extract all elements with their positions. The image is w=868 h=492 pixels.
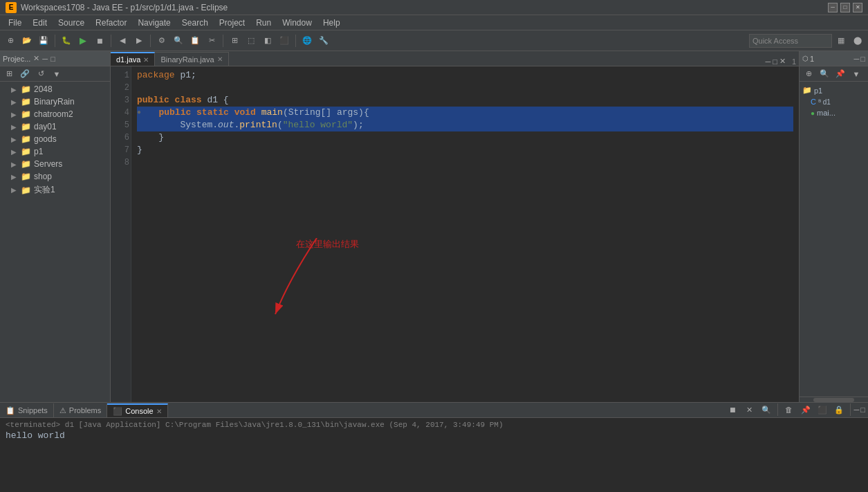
- tb-extra-2[interactable]: 🔍: [171, 33, 186, 48]
- maximize-button[interactable]: □: [840, 3, 850, 12]
- console-stop-btn[interactable]: ⏹: [726, 402, 741, 417]
- close-button[interactable]: ✕: [853, 3, 862, 12]
- editor-minimize-btn[interactable]: ─: [765, 57, 770, 66]
- save-button[interactable]: 💾: [36, 33, 51, 48]
- outline-d1[interactable]: C ᴮ d1: [802, 96, 865, 107]
- tb-extra-1[interactable]: ⚙: [154, 33, 169, 48]
- menu-edit[interactable]: Edit: [27, 17, 53, 29]
- chevron-right-icon: ▶: [11, 161, 18, 168]
- code-area[interactable]: package p1; public class d1 { ● public s…: [131, 66, 799, 402]
- tree-item-goods[interactable]: ▶ 📁 goods: [0, 133, 110, 145]
- menu-search[interactable]: Search: [176, 17, 214, 29]
- chevron-right-icon: ▶: [11, 173, 18, 181]
- console-clear-btn[interactable]: 🗑: [782, 402, 797, 417]
- right-panel-title: 1: [810, 55, 814, 63]
- folder-icon: 📁: [802, 86, 812, 95]
- next-button[interactable]: ▶: [131, 33, 147, 48]
- tb-extra-8[interactable]: ⬛: [277, 33, 292, 48]
- code-line-1: package p1;: [137, 69, 793, 82]
- tb-extra-10[interactable]: 🔧: [316, 33, 331, 48]
- tb-extra-3[interactable]: 📋: [187, 33, 203, 48]
- project-collapse-button[interactable]: ⊞: [1, 66, 17, 82]
- tree-item-binaryrain[interactable]: ▶ 📁 BinaryRain: [0, 95, 110, 108]
- right-tb-3[interactable]: 📌: [833, 66, 848, 82]
- tb-extra-6[interactable]: ⬚: [243, 33, 259, 48]
- tree-item-chatroom2[interactable]: ▶ 📁 chatroom2: [0, 108, 110, 120]
- tb-extra-4[interactable]: ✂: [204, 33, 219, 48]
- tree-item-day01[interactable]: ▶ 📁 day01: [0, 120, 110, 133]
- tab-binaryrain[interactable]: BinaryRain.java ✕: [155, 52, 228, 66]
- tab-console-close[interactable]: ✕: [156, 408, 162, 415]
- outline-p1[interactable]: 📁 p1: [802, 84, 865, 96]
- class-icon: C: [811, 98, 816, 106]
- console-close-btn[interactable]: ✕: [742, 402, 757, 417]
- right-tb-2[interactable]: 🔍: [817, 66, 832, 82]
- prev-button[interactable]: ◀: [115, 33, 130, 48]
- debug-button[interactable]: 🐛: [59, 33, 74, 48]
- tree-item-p1[interactable]: ▶ 📁 p1: [0, 145, 110, 158]
- code-line-2: [137, 82, 793, 94]
- tab-d1-java[interactable]: d1.java ✕: [111, 52, 155, 66]
- console-lock-btn[interactable]: 🔒: [831, 402, 847, 417]
- chevron-right-icon: ▶: [11, 123, 18, 131]
- tab-problems-icon: ⚠: [59, 406, 66, 415]
- editor-close-btn[interactable]: ✕: [779, 57, 786, 66]
- tb-extra-5[interactable]: ⊞: [227, 33, 242, 48]
- project-toolbar: ⊞ 🔗 ↺ ▼: [0, 66, 110, 82]
- open-button[interactable]: 📂: [19, 33, 35, 48]
- tree-item-2048[interactable]: ▶ 📁 2048: [0, 83, 110, 95]
- editor-maximize-btn[interactable]: □: [773, 57, 777, 66]
- right-tb-4[interactable]: ▼: [849, 66, 864, 82]
- minimize-button[interactable]: ─: [828, 3, 838, 12]
- run-button[interactable]: ▶: [75, 33, 91, 48]
- tab-problems[interactable]: ⚠ Problems: [54, 403, 107, 417]
- new-button[interactable]: ⊕: [3, 33, 18, 48]
- right-minimize-btn[interactable]: ─: [854, 55, 860, 63]
- project-sync-button[interactable]: ↺: [33, 66, 48, 82]
- tab-close-d1[interactable]: ✕: [143, 56, 149, 64]
- menu-window[interactable]: Window: [277, 17, 317, 29]
- bottom-tabs: 📋 Snippets ⚠ Problems ⬛ Console ✕ ⏹ ✕ 🔍 …: [0, 403, 868, 418]
- right-tb-1[interactable]: ⊕: [801, 66, 816, 82]
- menu-project[interactable]: Project: [214, 17, 250, 29]
- quick-access-field[interactable]: Quick Access: [749, 34, 832, 48]
- right-scrollbar[interactable]: [800, 397, 868, 402]
- tb-view-1[interactable]: ▦: [833, 33, 849, 48]
- menu-source[interactable]: Source: [53, 17, 90, 29]
- menu-run[interactable]: Run: [250, 17, 277, 29]
- bottom-maximize-btn[interactable]: □: [860, 406, 865, 414]
- outline-main[interactable]: ● mai...: [802, 107, 865, 118]
- project-filter-button[interactable]: ▼: [49, 66, 64, 82]
- project-link-button[interactable]: 🔗: [17, 66, 33, 82]
- console-expand-btn[interactable]: ⬛: [815, 402, 830, 417]
- tab-close-binaryrain[interactable]: ✕: [217, 55, 223, 63]
- tab-snippets[interactable]: 📋 Snippets: [0, 403, 54, 417]
- menu-navigate[interactable]: Navigate: [132, 17, 176, 29]
- window-controls: ─ □ ✕: [828, 3, 862, 12]
- project-minimize-button[interactable]: ─: [42, 55, 48, 63]
- tree-item-servers[interactable]: ▶ 📁 Servers: [0, 158, 110, 170]
- editor-scroll-indicator: 1: [792, 57, 796, 66]
- right-maximize-btn[interactable]: □: [860, 55, 865, 63]
- menu-help[interactable]: Help: [317, 17, 346, 29]
- bottom-minimize-btn[interactable]: ─: [854, 406, 860, 414]
- tab-snippets-icon: 📋: [6, 406, 15, 415]
- tree-item-shop[interactable]: ▶ 📁 shop: [0, 170, 110, 183]
- project-close-button[interactable]: ✕: [33, 54, 39, 63]
- tab-console[interactable]: ⬛ Console ✕: [107, 403, 167, 417]
- outline-main-label: mai...: [817, 109, 835, 117]
- tree-label-day01: day01: [34, 122, 57, 131]
- tb-extra-7[interactable]: ◧: [260, 33, 275, 48]
- project-maximize-button[interactable]: □: [50, 55, 55, 63]
- tree-item-experiment[interactable]: ▶ 📁 实验1: [0, 183, 110, 197]
- menu-refactor[interactable]: Refactor: [90, 17, 132, 29]
- console-search-btn[interactable]: 🔍: [759, 402, 774, 417]
- tb-extra-9[interactable]: 🌐: [299, 33, 315, 48]
- tab-problems-label: Problems: [69, 406, 101, 414]
- menu-file[interactable]: File: [3, 17, 27, 29]
- tb-view-2[interactable]: ⬤: [850, 33, 865, 48]
- tree-label-binaryrain: BinaryRain: [34, 97, 75, 107]
- stop-button[interactable]: ⏹: [92, 33, 107, 48]
- console-pin-btn[interactable]: 📌: [798, 402, 813, 417]
- console-tb-sep: [777, 403, 778, 416]
